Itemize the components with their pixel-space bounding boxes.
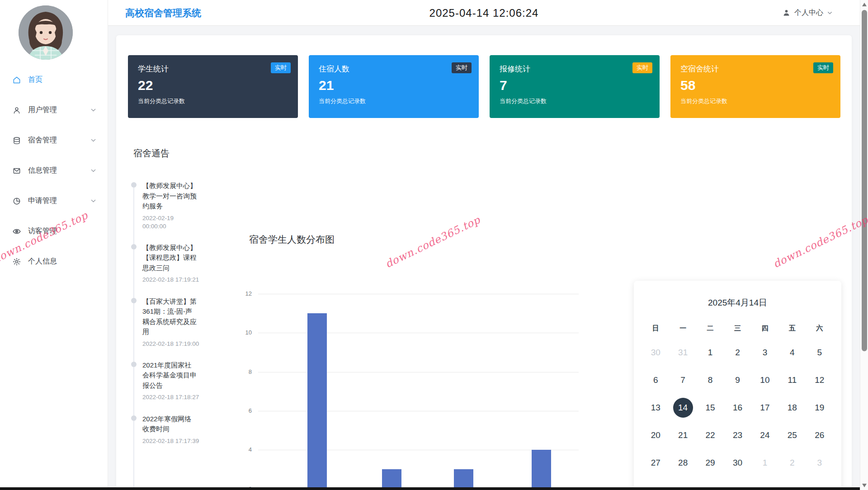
chart-ytick-label: 4 xyxy=(231,446,252,453)
sidebar-item-apply-mgmt[interactable]: 申请管理 xyxy=(0,186,108,216)
calendar-day[interactable]: 30 xyxy=(642,339,669,366)
calendar-weekday: 日 xyxy=(642,318,669,339)
timeline-dot-icon xyxy=(131,244,137,250)
header-clock: 2025-04-14 12:06:24 xyxy=(108,0,860,26)
notice-title[interactable]: 2022年寒假网络收费时间 xyxy=(142,414,197,434)
calendar-day[interactable]: 4 xyxy=(778,339,806,366)
stat-card-value: 21 xyxy=(319,78,469,93)
calendar-day[interactable]: 1 xyxy=(697,339,724,366)
calendar-day[interactable]: 22 xyxy=(697,421,724,449)
notice-title[interactable]: 【教师发展中心】【课程思政】课程思政三问 xyxy=(142,243,197,273)
calendar-day[interactable]: 21 xyxy=(669,421,696,449)
sidebar-item-visitor-mgmt[interactable]: 访客管理 xyxy=(0,216,108,246)
scroll-down-arrow-icon[interactable] xyxy=(862,484,867,487)
calendar-day[interactable]: 17 xyxy=(751,394,778,421)
stat-card-title: 空宿舍统计 xyxy=(680,64,830,74)
realtime-badge: 实时 xyxy=(632,62,652,73)
sidebar-item-home[interactable]: 首页 xyxy=(0,65,108,95)
header: 高校宿舍管理系统 2025-04-14 12:06:24 个人中心 xyxy=(108,0,860,26)
calendar-day[interactable]: 28 xyxy=(669,449,696,476)
page-scrollbar[interactable] xyxy=(860,0,868,490)
calendar-day[interactable]: 13 xyxy=(642,394,669,421)
calendar-day[interactable]: 5 xyxy=(806,339,833,366)
scroll-up-arrow-icon[interactable] xyxy=(862,3,867,6)
chart-ytick-label: 10 xyxy=(231,329,252,336)
stat-card-subtitle: 当前分类总记录数 xyxy=(138,97,288,105)
calendar-day[interactable]: 29 xyxy=(697,449,724,476)
chevron-down-icon xyxy=(90,107,96,113)
notice-title[interactable]: 【百家大讲堂】第361期：流-固-声耦合系统研究及应用 xyxy=(142,297,197,337)
stat-card-value: 22 xyxy=(138,78,288,93)
notice-title[interactable]: 【教师发展中心】教学一对一咨询预约服务 xyxy=(142,181,197,212)
calendar-day[interactable]: 31 xyxy=(669,339,696,366)
calendar-day[interactable]: 27 xyxy=(642,449,669,476)
notice-item: 【教师发展中心】教学一对一咨询预约服务2022-02-19 00:00:00 xyxy=(120,181,215,231)
user-menu-label: 个人中心 xyxy=(794,8,823,18)
notice-item: 2022年寒假网络收费时间2022-02-18 17:17:39 xyxy=(120,414,215,445)
calendar-day[interactable]: 2 xyxy=(724,339,751,366)
calendar-day[interactable]: 25 xyxy=(778,421,806,449)
chevron-down-icon xyxy=(90,137,96,143)
sidebar-item-label: 申请管理 xyxy=(28,196,57,206)
calendar-day[interactable]: 6 xyxy=(642,366,669,394)
calendar-day[interactable]: 24 xyxy=(751,421,778,449)
realtime-badge: 实时 xyxy=(271,62,291,73)
calendar-day[interactable]: 10 xyxy=(751,366,778,394)
calendar-day[interactable]: 23 xyxy=(724,421,751,449)
calendar-grid: 日一二三四五六303112345678910111213141516171819… xyxy=(642,318,833,476)
notice-title[interactable]: 2021年度国家社会科学基金项目申报公告 xyxy=(142,360,197,391)
calendar-weekday: 六 xyxy=(806,318,833,339)
notice-time: 2022-02-19 00:00:00 xyxy=(142,214,215,231)
calendar-day[interactable]: 7 xyxy=(669,366,696,394)
calendar-day[interactable]: 1 xyxy=(751,449,778,476)
stat-card-value: 7 xyxy=(500,78,650,93)
selected-day-circle: 14 xyxy=(673,398,693,418)
calendar-day[interactable]: 26 xyxy=(806,421,833,449)
calendar-day[interactable]: 9 xyxy=(724,366,751,394)
chart-ytick-label: 12 xyxy=(231,290,252,297)
calendar-day[interactable]: 2 xyxy=(778,449,806,476)
stat-card-value: 58 xyxy=(680,78,830,93)
calendar-day[interactable]: 16 xyxy=(724,394,751,421)
sidebar-item-user-mgmt[interactable]: 用户管理 xyxy=(0,95,108,125)
realtime-badge: 实时 xyxy=(452,62,472,73)
calendar-day[interactable]: 19 xyxy=(806,394,833,421)
database-icon xyxy=(12,136,21,145)
sidebar-item-label: 首页 xyxy=(28,75,42,85)
realtime-badge: 实时 xyxy=(813,62,833,73)
calendar-day[interactable]: 8 xyxy=(697,366,724,394)
calendar-day-selected[interactable]: 14 xyxy=(669,394,696,421)
user-menu[interactable]: 个人中心 xyxy=(782,0,833,26)
chart-bar xyxy=(454,469,473,487)
sidebar-item-dorm-mgmt[interactable]: 宿舍管理 xyxy=(0,125,108,155)
avatar xyxy=(19,5,73,60)
calendar-weekday: 三 xyxy=(724,318,751,339)
stat-card: 空宿舍统计实时58当前分类总记录数 xyxy=(670,55,840,118)
calendar-day[interactable]: 15 xyxy=(697,394,724,421)
person-icon xyxy=(782,9,791,17)
sidebar-item-info-mgmt[interactable]: 信息管理 xyxy=(0,155,108,186)
timeline-dot-icon xyxy=(131,415,137,421)
chevron-down-icon xyxy=(90,198,96,204)
pie-icon xyxy=(12,197,21,206)
calendar-day[interactable]: 20 xyxy=(642,421,669,449)
calendar-day[interactable]: 18 xyxy=(778,394,806,421)
notice-item: 【百家大讲堂】第361期：流-固-声耦合系统研究及应用2022-02-18 17… xyxy=(120,297,215,348)
calendar-day[interactable]: 3 xyxy=(751,339,778,366)
stat-card-subtitle: 当前分类总记录数 xyxy=(319,97,469,105)
user-icon xyxy=(12,106,21,115)
calendar-day[interactable]: 30 xyxy=(724,449,751,476)
sidebar-item-profile[interactable]: 个人信息 xyxy=(0,246,108,277)
sidebar-item-label: 访客管理 xyxy=(28,226,57,236)
calendar-day[interactable]: 11 xyxy=(778,366,806,394)
calendar-day[interactable]: 12 xyxy=(806,366,833,394)
chart-gridline xyxy=(258,372,579,372)
sidebar-item-label: 宿舍管理 xyxy=(28,136,57,145)
scrollbar-thumb[interactable] xyxy=(862,10,867,351)
calendar-weekday: 四 xyxy=(751,318,778,339)
stat-card-subtitle: 当前分类总记录数 xyxy=(500,97,650,105)
timeline-dot-icon xyxy=(131,362,137,367)
calendar-day[interactable]: 3 xyxy=(806,449,833,476)
stat-cards: 学生统计实时22当前分类总记录数住宿人数实时21当前分类总记录数报修统计实时7当… xyxy=(128,55,840,118)
chart-bar xyxy=(532,450,551,487)
